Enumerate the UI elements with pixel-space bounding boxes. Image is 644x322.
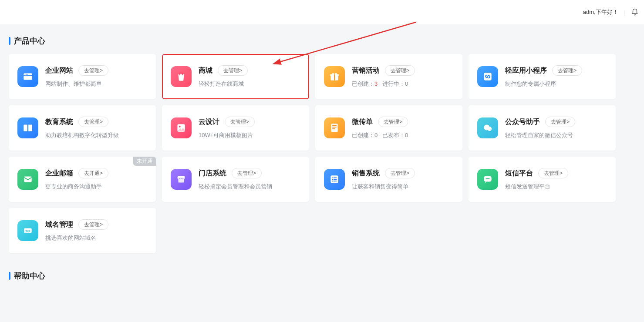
card-subtitle: 轻松管理自家的微信公众号 [505, 131, 608, 139]
manage-button[interactable]: 去管理> [78, 65, 108, 76]
message-icon [477, 169, 498, 190]
card-subtitle: 轻松打造在线商城 [199, 80, 301, 88]
card-subtitle: 网站制作、维护都简单 [45, 80, 148, 88]
card-title: 企业网站 [45, 66, 73, 75]
card-title: 门店系统 [199, 169, 226, 178]
card-body: 销售系统去管理>让获客和销售变得简单 [352, 168, 455, 191]
section-title-help: 帮助中心 [14, 271, 45, 281]
manage-button[interactable]: 去管理> [385, 65, 415, 76]
card-title: 轻应用小程序 [505, 66, 547, 75]
greeting-text: adm,下午好！ [583, 8, 618, 16]
card-subtitle: 挑选喜欢的网站域名 [45, 234, 148, 242]
card-subtitle: 轻松搞定会员管理和会员营销 [199, 183, 301, 191]
manage-button[interactable]: 去开通> [78, 168, 108, 178]
manage-button[interactable]: 去管理> [378, 117, 408, 127]
products-section: 产品中心 企业网站去管理>网站制作、维护都简单商城去管理>轻松打造在线商城营销活… [0, 24, 644, 289]
unopened-badge: 未开通 [133, 157, 156, 166]
manage-button[interactable]: 去管理> [545, 117, 575, 127]
product-card[interactable]: 云设计去管理>10W+可商用模板图片 [162, 105, 309, 151]
product-card[interactable]: 商城去管理>轻松打造在线商城 [162, 54, 309, 99]
product-card[interactable]: 域名管理去管理>挑选喜欢的网站域名 [9, 208, 156, 253]
card-title: 营销活动 [352, 66, 380, 75]
shopping-bag-icon [171, 66, 192, 87]
card-body: 短信平台去管理>短信发送管理平台 [505, 168, 608, 191]
card-subtitle: 更专业的商务沟通助手 [45, 183, 148, 191]
card-body: 商城去管理>轻松打造在线商城 [199, 65, 301, 88]
products-grid: 企业网站去管理>网站制作、维护都简单商城去管理>轻松打造在线商城营销活动去管理>… [1, 54, 643, 253]
card-title: 短信平台 [505, 169, 533, 178]
card-title: 微传单 [352, 117, 373, 127]
card-subtitle: 制作您的专属小程序 [505, 80, 608, 88]
manage-button[interactable]: 去管理> [385, 168, 415, 178]
card-subtitle: 已创建：0 已发布：0 [352, 131, 455, 139]
card-title: 企业邮箱 [45, 169, 73, 178]
product-card[interactable]: 教育系统去管理>助力教培机构数字化转型升级 [9, 105, 156, 151]
gift-icon [324, 66, 345, 87]
card-body: 企业邮箱去开通>更专业的商务沟通助手 [45, 168, 148, 191]
product-card[interactable]: 销售系统去管理>让获客和销售变得简单 [315, 157, 462, 202]
card-title: 域名管理 [45, 220, 73, 229]
book-icon [17, 117, 38, 138]
card-body: 轻应用小程序去管理>制作您的专属小程序 [505, 65, 608, 88]
manage-button[interactable]: 去管理> [538, 168, 568, 178]
card-body: 公众号助手去管理>轻松管理自家的微信公众号 [505, 117, 608, 139]
notification-bell-icon[interactable] [631, 8, 639, 16]
product-card[interactable]: 微传单去管理>已创建：0 已发布：0 [315, 105, 462, 151]
image-icon [171, 117, 192, 138]
window-icon [17, 66, 38, 87]
card-subtitle: 已创建：3 进行中：0 [352, 80, 455, 88]
card-subtitle: 让获客和销售变得简单 [352, 183, 455, 191]
product-card[interactable]: 短信平台去管理>短信发送管理平台 [469, 157, 616, 202]
miniapp-icon [477, 66, 498, 87]
section-accent-bar [9, 37, 10, 45]
card-body: 域名管理去管理>挑选喜欢的网站域名 [45, 219, 148, 242]
domain-icon [17, 220, 38, 241]
card-body: 教育系统去管理>助力教培机构数字化转型升级 [45, 117, 148, 139]
card-title: 公众号助手 [505, 117, 540, 127]
separator: | [624, 9, 626, 16]
product-card[interactable]: 营销活动去管理>已创建：3 进行中：0 [315, 54, 462, 99]
flyer-icon [324, 117, 345, 138]
card-subtitle: 助力教培机构数字化转型升级 [45, 131, 148, 139]
card-body: 云设计去管理>10W+可商用模板图片 [199, 117, 301, 139]
card-title: 商城 [199, 66, 212, 75]
product-card[interactable]: 公众号助手去管理>轻松管理自家的微信公众号 [469, 105, 616, 151]
card-subtitle: 短信发送管理平台 [505, 183, 608, 191]
mail-icon [17, 169, 38, 190]
card-body: 微传单去管理>已创建：0 已发布：0 [352, 117, 455, 139]
manage-button[interactable]: 去管理> [232, 168, 262, 178]
section-header-help: 帮助中心 [1, 263, 643, 289]
list-icon [324, 169, 345, 190]
section-header: 产品中心 [1, 28, 643, 54]
card-title: 销售系统 [352, 169, 380, 178]
manage-button[interactable]: 去管理> [225, 117, 255, 127]
top-bar: adm,下午好！ | [0, 0, 644, 24]
product-card[interactable]: 企业网站去管理>网站制作、维护都简单 [9, 54, 156, 99]
manage-button[interactable]: 去管理> [78, 219, 108, 230]
card-body: 营销活动去管理>已创建：3 进行中：0 [352, 65, 455, 88]
product-card[interactable]: 企业邮箱去开通>更专业的商务沟通助手未开通 [9, 157, 156, 202]
product-card[interactable]: 轻应用小程序去管理>制作您的专属小程序 [469, 54, 616, 99]
card-title: 教育系统 [45, 117, 73, 127]
card-body: 企业网站去管理>网站制作、维护都简单 [45, 65, 148, 88]
section-title: 产品中心 [14, 36, 45, 46]
product-card[interactable]: 门店系统去管理>轻松搞定会员管理和会员营销 [162, 157, 309, 202]
section-accent-bar [9, 272, 10, 280]
manage-button[interactable]: 去管理> [78, 117, 108, 127]
store-icon [171, 169, 192, 190]
manage-button[interactable]: 去管理> [552, 65, 582, 76]
card-title: 云设计 [199, 117, 219, 127]
wechat-icon [477, 117, 498, 138]
card-subtitle: 10W+可商用模板图片 [199, 131, 301, 139]
card-body: 门店系统去管理>轻松搞定会员管理和会员营销 [199, 168, 301, 191]
manage-button[interactable]: 去管理> [218, 65, 248, 76]
